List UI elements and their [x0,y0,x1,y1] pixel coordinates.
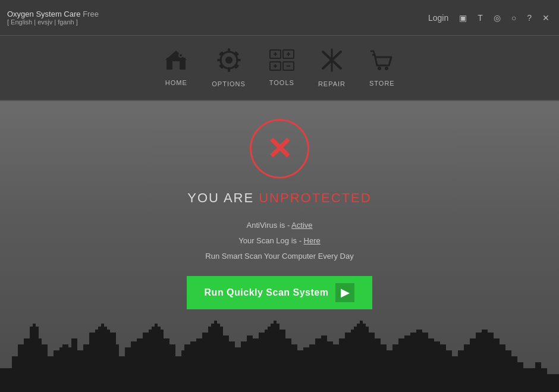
cityscape [0,291,559,392]
nav-tools[interactable]: TOOLS [269,49,294,86]
help-icon[interactable]: ? [525,12,534,24]
window-icon-4[interactable]: ○ [509,12,519,24]
repair-label: REPAIR [318,80,346,87]
app-title-text: Oxygen System Care [7,10,83,18]
tools-icon [269,49,294,76]
svg-rect-7 [228,48,230,53]
main-content: ✕ YOU ARE UNPROTECTED AntiVirus is - Act… [0,101,559,392]
scanlog-label: Your Scan Log is - [238,236,303,245]
close-icon[interactable]: ✕ [540,12,552,24]
nav-options[interactable]: OPTIONS [212,48,246,87]
tools-label: TOOLS [269,79,294,86]
svg-point-6 [225,57,233,64]
repair-icon [319,48,344,77]
svg-point-30 [385,67,388,70]
nav-repair[interactable]: REPAIR [318,48,346,87]
lang-bar: [ English | evsjv | fganh ] [7,18,99,26]
info-lines: AntiVirus is - Active Your Scan Log is -… [205,218,353,264]
antivirus-line: AntiVirus is - Active [205,218,353,233]
home-icon [164,49,188,76]
login-button[interactable]: Login [426,12,451,24]
window-icon-2[interactable]: T [475,12,485,24]
status-circle: ✕ [250,119,309,178]
titlebar-left: Oxygen System Care Free [ English | evsj… [7,10,99,26]
titlebar-right: Login ▣ T ◎ ○ ? ✕ [426,12,552,24]
antivirus-link[interactable]: Active [291,221,312,230]
window-icon-1[interactable]: ▣ [457,12,469,24]
svg-rect-9 [217,59,222,61]
options-label: OPTIONS [212,80,246,87]
scanlog-link[interactable]: Here [304,236,321,245]
scanlog-line: Your Scan Log is - Here [205,233,353,249]
app-title-free: Free [83,10,99,18]
status-highlight: UNPROTECTED [259,190,371,205]
status-prefix: YOU ARE [187,190,259,205]
navbar: HOME OPTIONS [0,36,559,101]
store-label: STORE [369,80,395,87]
daily-scan-line: Run Smart Scan Your Computer Every Day [205,249,353,264]
nav-store[interactable]: STORE [369,49,395,87]
svg-rect-8 [228,67,230,72]
home-label: HOME [165,79,187,86]
app-title: Oxygen System Care Free [7,10,99,18]
svg-marker-1 [165,51,187,60]
nav-home[interactable]: HOME [164,49,188,86]
svg-rect-10 [236,59,241,61]
window-icon-3[interactable]: ◎ [491,12,503,24]
status-title: YOU ARE UNPROTECTED [187,190,371,206]
svg-point-4 [180,54,182,57]
status-x-icon: ✕ [266,133,293,164]
options-icon [217,48,241,77]
titlebar: Oxygen System Care Free [ English | evsj… [0,0,559,36]
antivirus-label: AntiVirus is - [246,221,291,230]
svg-rect-2 [172,61,180,70]
store-icon [370,49,394,76]
svg-point-29 [378,67,381,70]
